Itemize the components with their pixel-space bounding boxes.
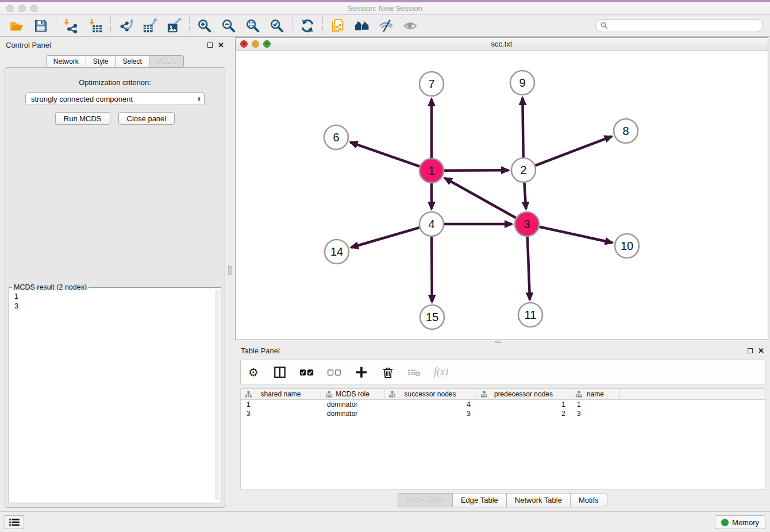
column-header-name[interactable]: name <box>571 389 620 399</box>
graph-node-11[interactable]: 11 <box>518 303 542 327</box>
export-network-icon <box>118 18 133 33</box>
search-input[interactable] <box>611 22 758 30</box>
zoom-selected-button[interactable] <box>265 16 289 36</box>
graph-node-15[interactable]: 15 <box>420 305 444 329</box>
tab-motifs[interactable]: Motifs <box>570 493 607 507</box>
columns-button[interactable] <box>273 364 287 381</box>
edge-2-8[interactable] <box>536 136 612 165</box>
network-graph[interactable]: 1234678910111415 <box>236 51 768 340</box>
cell-shared_name[interactable]: 1 <box>241 400 321 409</box>
edge-4-14[interactable] <box>351 228 419 248</box>
vertical-splitter[interactable] <box>230 37 235 511</box>
table-row[interactable]: 1dominator411 <box>241 400 765 409</box>
cell-successor_nodes[interactable]: 3 <box>384 409 476 418</box>
duplicate-network-button[interactable] <box>326 16 350 36</box>
graph-node-14[interactable]: 14 <box>325 240 349 264</box>
edge-2-9[interactable] <box>522 98 523 157</box>
cell-predecessor_nodes[interactable]: 2 <box>476 409 571 418</box>
edge-1-2[interactable] <box>444 170 509 171</box>
graph-node-8[interactable]: 8 <box>614 119 638 143</box>
graph-node-2[interactable]: 2 <box>511 158 536 182</box>
table-row[interactable]: 3dominator323 <box>241 409 765 418</box>
column-header-mcds-role[interactable]: MCDS role <box>321 389 384 399</box>
tab-edge-table[interactable]: Edge Table <box>452 493 506 507</box>
close-panel-icon[interactable]: ✕ <box>218 41 224 49</box>
select-all-button[interactable] <box>299 364 314 381</box>
cell-shared_name[interactable]: 3 <box>241 409 321 418</box>
column-header-successor-nodes[interactable]: successor nodes <box>384 389 476 399</box>
graph-node-6[interactable]: 6 <box>324 125 348 149</box>
cell-mcds_role[interactable]: dominator <box>321 409 384 418</box>
export-image-button[interactable] <box>162 16 186 36</box>
settings-gear-button[interactable]: ⚙ <box>247 364 260 381</box>
tab-network[interactable]: Network <box>46 55 86 68</box>
optimization-select[interactable]: strongly connected component ▲▼ <box>25 92 205 105</box>
network-minimize-icon[interactable]: − <box>252 40 259 48</box>
cell-name[interactable]: 1 <box>571 400 620 409</box>
hierarchy-icon <box>576 391 582 398</box>
zoom-in-button[interactable] <box>192 16 217 36</box>
import-network-button[interactable] <box>59 16 83 36</box>
zoom-out-button[interactable] <box>217 16 241 36</box>
export-table-button[interactable] <box>138 16 162 36</box>
tab-mcds[interactable]: MCDS <box>149 55 184 68</box>
column-header-shared-name[interactable]: shared name <box>241 389 321 399</box>
edge-3-11[interactable] <box>528 237 530 300</box>
edge-4-15[interactable] <box>432 237 432 302</box>
memory-button[interactable]: Memory <box>715 515 765 529</box>
refresh-button[interactable] <box>295 16 319 36</box>
tab-node-table[interactable]: Node Table <box>398 493 452 507</box>
network-title: scc.txt <box>236 40 768 48</box>
network-maximize-icon[interactable]: + <box>263 40 271 48</box>
tab-select[interactable]: Select <box>116 55 149 68</box>
zoom-selected-icon <box>270 18 284 33</box>
scrollbar[interactable] <box>215 290 219 500</box>
mcds-result-text[interactable]: 13 <box>11 290 218 500</box>
edge-1-6[interactable] <box>351 142 420 167</box>
toolbar-separator <box>56 17 56 34</box>
splitter-handle[interactable] <box>495 341 500 343</box>
network-canvas[interactable]: 1234678910111415 <box>236 51 768 340</box>
show-annotations-button[interactable] <box>398 16 422 36</box>
function-builder-button[interactable]: f(x) <box>434 364 448 381</box>
hide-annotations-button[interactable] <box>374 16 398 36</box>
cell-mcds_role[interactable]: dominator <box>321 400 384 409</box>
tab-network-table[interactable]: Network Table <box>506 493 570 507</box>
graph-node-4[interactable]: 4 <box>419 212 444 236</box>
graph-node-1[interactable]: 1 <box>419 159 444 183</box>
graph-node-7[interactable]: 7 <box>419 72 444 96</box>
edge-2-3[interactable] <box>524 183 526 209</box>
network-window: × − + scc.txt 1234678910111415 <box>235 37 768 340</box>
float-panel-icon[interactable] <box>748 348 753 353</box>
cell-name[interactable]: 3 <box>571 409 620 418</box>
graph-node-10[interactable]: 10 <box>615 234 639 258</box>
add-column-button[interactable] <box>355 364 368 381</box>
close-panel-button[interactable]: Close panel <box>118 112 175 125</box>
home-button[interactable] <box>350 16 374 36</box>
tab-style[interactable]: Style <box>86 55 116 68</box>
delete-button[interactable] <box>381 364 395 381</box>
delete-column-button[interactable] <box>407 364 421 381</box>
search-field[interactable] <box>595 19 763 32</box>
import-table-button[interactable] <box>83 16 107 36</box>
edge-3-1[interactable] <box>445 178 516 218</box>
open-file-button[interactable] <box>5 16 29 36</box>
splitter-handle[interactable] <box>228 266 232 275</box>
export-network-button[interactable] <box>114 16 138 36</box>
column-header-predecessor-nodes[interactable]: predecessor nodes <box>476 389 571 399</box>
deselect-all-icon <box>327 367 342 377</box>
graph-node-9[interactable]: 9 <box>510 71 534 95</box>
float-panel-icon[interactable] <box>207 43 213 48</box>
run-mcds-button[interactable]: Run MCDS <box>55 112 110 125</box>
task-history-button[interactable] <box>5 515 24 529</box>
deselect-all-button[interactable] <box>327 364 342 381</box>
cell-successor_nodes[interactable]: 4 <box>384 400 476 409</box>
edge-3-10[interactable] <box>539 227 612 243</box>
cell-predecessor_nodes[interactable]: 1 <box>476 400 571 409</box>
node-label: 8 <box>622 125 629 137</box>
zoom-fit-button[interactable] <box>241 16 265 36</box>
network-close-icon[interactable]: × <box>240 40 248 48</box>
save-session-button[interactable] <box>29 16 53 36</box>
graph-node-3[interactable]: 3 <box>515 212 539 236</box>
close-panel-icon[interactable]: ✕ <box>758 347 764 354</box>
